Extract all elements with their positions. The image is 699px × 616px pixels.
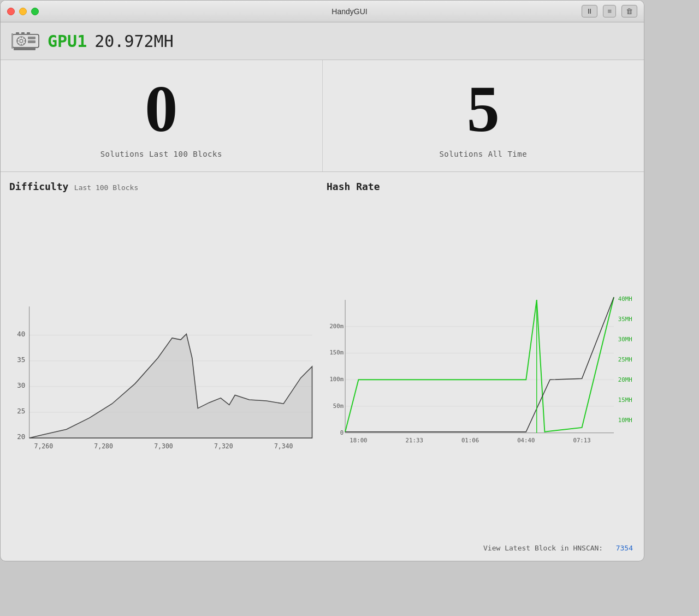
svg-text:200m: 200m <box>329 323 343 330</box>
traffic-lights <box>7 8 39 15</box>
svg-text:21:33: 21:33 <box>406 437 423 444</box>
svg-marker-35 <box>29 334 312 438</box>
svg-rect-14 <box>28 37 35 39</box>
svg-text:25MH: 25MH <box>618 356 632 363</box>
svg-text:50m: 50m <box>333 402 343 410</box>
svg-text:7,260: 7,260 <box>34 442 53 450</box>
svg-text:20MH: 20MH <box>618 376 632 383</box>
titlebar: HandyGUI ⏸ ≡ 🗑 <box>1 1 644 22</box>
gpu-name: GPU1 <box>48 32 87 51</box>
svg-text:40: 40 <box>17 330 25 338</box>
svg-text:150m: 150m <box>329 349 343 356</box>
stats-row: 0 Solutions Last 100 Blocks 5 Solutions … <box>1 60 644 172</box>
svg-line-8 <box>23 43 25 44</box>
svg-text:35MH: 35MH <box>618 316 632 323</box>
difficulty-chart-wrapper: 20 25 30 35 40 7,260 <box>9 192 318 535</box>
svg-text:15MH: 15MH <box>618 396 632 404</box>
svg-rect-16 <box>11 33 13 49</box>
svg-line-7 <box>18 38 19 39</box>
pause-button[interactable]: ⏸ <box>582 5 597 17</box>
svg-rect-17 <box>14 48 35 50</box>
svg-text:35: 35 <box>17 356 25 364</box>
svg-text:07:13: 07:13 <box>573 437 590 444</box>
svg-text:7,340: 7,340 <box>274 442 293 450</box>
svg-text:30MH: 30MH <box>618 336 632 343</box>
svg-text:01:06: 01:06 <box>461 437 479 444</box>
hashrate-chart-container: Hash Rate 0 50m 100m 150m 200m 10MH 15MH… <box>327 181 635 535</box>
svg-text:20: 20 <box>17 433 25 441</box>
svg-rect-12 <box>21 32 25 34</box>
trash-button[interactable]: 🗑 <box>621 5 637 17</box>
svg-text:7,320: 7,320 <box>214 442 233 450</box>
hashrate-chart-svg: 0 50m 100m 150m 200m 10MH 15MH 20MH 25MH… <box>327 192 635 535</box>
footer-text: View Latest Block in HNSCAN: <box>483 544 603 552</box>
gpu-hashrate: 20.972MH <box>94 32 174 51</box>
gpu-header: GPU1 20.972MH <box>1 22 644 60</box>
window-title: HandyGUI <box>331 7 367 16</box>
svg-text:10MH: 10MH <box>618 417 632 424</box>
solutions-100-label: Solutions Last 100 Blocks <box>100 150 222 158</box>
minimize-button[interactable] <box>19 8 27 15</box>
hnscan-link[interactable]: 7354 <box>616 544 633 552</box>
svg-text:25: 25 <box>17 407 25 415</box>
difficulty-chart-svg: 20 25 30 35 40 7,260 <box>9 192 318 535</box>
svg-text:04:40: 04:40 <box>517 437 535 444</box>
hashrate-chart-wrapper: 0 50m 100m 150m 200m 10MH 15MH 20MH 25MH… <box>327 192 635 535</box>
charts-area: Difficulty Last 100 Blocks 20 25 30 35 4… <box>1 172 644 535</box>
footer: View Latest Block in HNSCAN: 7354 <box>1 535 644 561</box>
svg-text:0: 0 <box>340 429 343 436</box>
stat-box-solutions-100: 0 Solutions Last 100 Blocks <box>1 60 323 171</box>
solutions-all-value: 5 <box>467 76 500 142</box>
stat-box-solutions-all: 5 Solutions All Time <box>323 60 644 171</box>
maximize-button[interactable] <box>31 8 39 15</box>
difficulty-chart-container: Difficulty Last 100 Blocks 20 25 30 35 4… <box>9 181 318 535</box>
svg-text:30: 30 <box>17 381 25 389</box>
gpu-icon <box>11 30 40 52</box>
svg-point-2 <box>20 39 23 43</box>
svg-text:100m: 100m <box>329 376 343 383</box>
svg-text:18:00: 18:00 <box>350 437 367 444</box>
svg-rect-13 <box>27 32 30 34</box>
titlebar-controls: ⏸ ≡ 🗑 <box>582 5 637 17</box>
svg-line-10 <box>18 43 19 44</box>
svg-text:40MH: 40MH <box>618 295 632 303</box>
main-window: HandyGUI ⏸ ≡ 🗑 <box>0 0 644 561</box>
close-button[interactable] <box>7 8 15 15</box>
hashrate-chart-title: Hash Rate <box>327 181 635 192</box>
difficulty-chart-title: Difficulty Last 100 Blocks <box>9 181 318 192</box>
svg-text:7,280: 7,280 <box>94 442 113 450</box>
svg-rect-15 <box>28 40 35 43</box>
solutions-100-value: 0 <box>145 76 177 142</box>
solutions-all-label: Solutions All Time <box>439 150 527 158</box>
svg-rect-11 <box>16 32 19 34</box>
svg-line-9 <box>23 38 25 39</box>
menu-button[interactable]: ≡ <box>603 5 616 17</box>
svg-text:7,300: 7,300 <box>154 442 173 450</box>
